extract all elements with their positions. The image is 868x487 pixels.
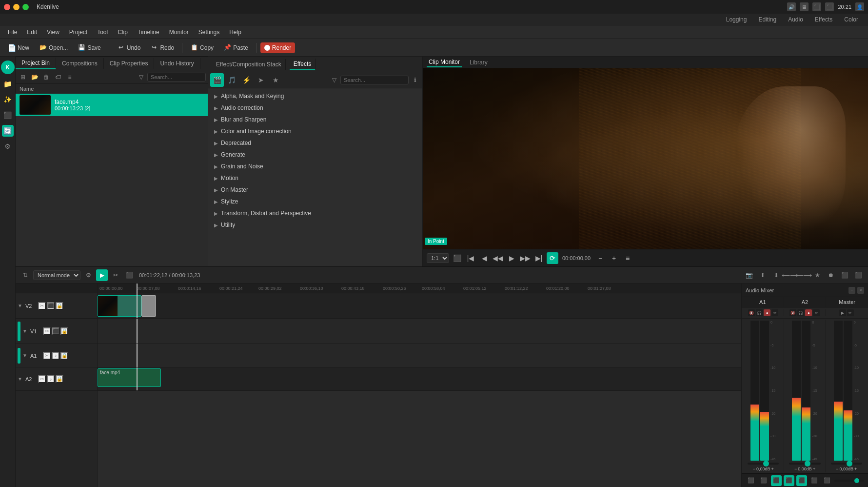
- paste-button[interactable]: 📌 Paste: [219, 42, 252, 54]
- track-content-a2[interactable]: face.mp4: [98, 367, 741, 391]
- mb-btn-5[interactable]: ⬛: [796, 475, 807, 486]
- mb-btn-6[interactable]: ⬛: [809, 475, 820, 486]
- bin-search-input[interactable]: [147, 73, 206, 81]
- tl-subtitle[interactable]: ⬛: [852, 269, 864, 281]
- vol-minus-a2[interactable]: −: [794, 467, 797, 471]
- pv-menu[interactable]: ≡: [622, 252, 633, 264]
- pv-go-start[interactable]: |◀: [465, 252, 476, 264]
- effects-search-input[interactable]: [340, 76, 409, 84]
- copy-button[interactable]: 📋 Copy: [186, 42, 217, 54]
- sidebar-item-active[interactable]: 🔄: [2, 125, 14, 137]
- minimize-button[interactable]: [13, 4, 20, 10]
- track-expand-v1[interactable]: ▼: [22, 328, 29, 334]
- list-item[interactable]: face.mp4 00:00:13:23 [2]: [16, 94, 208, 116]
- sidebar-item-effects[interactable]: ✨: [2, 94, 14, 105]
- fader-track-master[interactable]: [831, 463, 862, 465]
- tl-insert-clip[interactable]: ⚙: [82, 269, 94, 281]
- menu-edit[interactable]: Edit: [23, 27, 41, 37]
- new-button[interactable]: 📄 New: [4, 42, 33, 54]
- track-solo-a2[interactable]: ♪: [47, 375, 55, 383]
- effects-filter-btn[interactable]: ▽: [329, 75, 339, 85]
- pv-forward[interactable]: ▶▶: [519, 252, 531, 264]
- tl-snapshot[interactable]: 📷: [743, 269, 755, 281]
- ch-master-edit[interactable]: ✏: [847, 309, 854, 316]
- effect-category-motion[interactable]: ▶ Motion: [208, 172, 422, 184]
- menu-file[interactable]: File: [4, 27, 21, 37]
- clip-face-mp4-a2[interactable]: face.mp4: [98, 368, 161, 387]
- vol-plus-master[interactable]: +: [854, 467, 857, 471]
- ch-a1-mute[interactable]: 🔇: [748, 309, 755, 316]
- mixer-close-btn[interactable]: ×: [857, 287, 864, 294]
- track-lock[interactable]: 🔒: [60, 327, 68, 335]
- fader-knob-a2[interactable]: [805, 461, 810, 467]
- fader-track-a1[interactable]: [748, 463, 779, 465]
- ch-a2-mute[interactable]: 🔇: [789, 309, 796, 316]
- ws-tab-audio[interactable]: Audio: [786, 15, 805, 24]
- fader-knob-a1[interactable]: [763, 461, 769, 467]
- bin-view-list[interactable]: ⊞: [18, 72, 28, 82]
- bin-tag[interactable]: 🏷: [53, 72, 63, 82]
- tl-sequence[interactable]: ⬛: [839, 269, 850, 281]
- pv-play[interactable]: ▶: [506, 252, 517, 264]
- menu-view[interactable]: View: [43, 27, 63, 37]
- effects-tab-favorite[interactable]: ★: [269, 73, 282, 87]
- pv-fullscreen[interactable]: ⬛: [451, 252, 463, 264]
- clip-white-v2[interactable]: [141, 295, 156, 317]
- effect-category-blur[interactable]: ▶ Blur and Sharpen: [208, 114, 422, 125]
- track-mute-a2[interactable]: ✂: [38, 375, 46, 383]
- effect-category-utility[interactable]: ▶ Utility: [208, 219, 422, 231]
- pv-loop[interactable]: ⟳: [547, 252, 558, 264]
- sidebar-item-transitions[interactable]: ⬛: [2, 109, 14, 121]
- effects-tab-transition[interactable]: ➤: [254, 73, 268, 87]
- ws-tab-effects[interactable]: Effects: [813, 15, 834, 24]
- track-solo[interactable]: ♪: [52, 352, 59, 360]
- mixer-minimize-btn[interactable]: −: [848, 287, 855, 294]
- effect-category-alpha[interactable]: ▶ Alpha, Mask and Keying: [208, 90, 422, 102]
- vol-minus-a1[interactable]: −: [753, 467, 755, 471]
- ws-tab-logging[interactable]: Logging: [724, 15, 749, 24]
- vol-plus-a1[interactable]: +: [771, 467, 773, 471]
- fader-track-a2[interactable]: [789, 463, 820, 465]
- ws-tab-editing[interactable]: Editing: [756, 15, 778, 24]
- track-expand-v2[interactable]: ▼: [18, 303, 24, 308]
- effects-tab-video[interactable]: 🎬: [210, 73, 224, 87]
- pv-prev-frame[interactable]: ◀: [478, 252, 490, 264]
- monitor-tab-clip[interactable]: Clip Monitor: [427, 58, 462, 67]
- tl-ripple2[interactable]: ⟵⟶: [798, 269, 809, 281]
- menu-help[interactable]: Help: [225, 27, 245, 37]
- tl-favorite[interactable]: ★: [811, 269, 823, 281]
- mb-btn-7[interactable]: ⬛: [822, 475, 832, 486]
- bin-delete[interactable]: 🗑: [41, 72, 52, 82]
- render-button[interactable]: Render: [260, 42, 295, 53]
- effect-category-grain[interactable]: ▶ Grain and Noise: [208, 161, 422, 172]
- tl-record[interactable]: ⏺: [825, 269, 837, 281]
- menu-project[interactable]: Project: [65, 27, 91, 37]
- ws-tab-color[interactable]: Color: [842, 15, 860, 24]
- save-button[interactable]: 💾 Save: [74, 42, 104, 54]
- bin-new-folder[interactable]: 📂: [29, 72, 40, 82]
- track-lock[interactable]: 🔒: [56, 302, 63, 310]
- window-controls[interactable]: [4, 4, 29, 10]
- mixer-fader-knob[interactable]: [854, 478, 859, 483]
- track-expand-a1[interactable]: ▼: [22, 353, 29, 358]
- ch-a1-edit[interactable]: ✏: [771, 309, 778, 316]
- menu-settings[interactable]: Settings: [195, 27, 223, 37]
- track-composite[interactable]: ⬛: [47, 302, 55, 310]
- ch-a2-edit[interactable]: ✏: [813, 309, 820, 316]
- tl-razor[interactable]: ✂: [110, 269, 121, 281]
- track-content-v1[interactable]: [98, 319, 741, 344]
- effect-category-stylize[interactable]: ▶ Stylize: [208, 196, 422, 207]
- open-button[interactable]: 📂 Open...: [35, 42, 72, 54]
- pv-rewind[interactable]: ◀◀: [492, 252, 504, 264]
- mixer-fader-bar[interactable]: [834, 480, 864, 482]
- track-lock-a1[interactable]: 🔒: [60, 352, 68, 360]
- effect-category-audio[interactable]: ▶ Audio correction: [208, 102, 422, 114]
- track-content-a1[interactable]: [98, 344, 741, 367]
- tab-undo-history[interactable]: Undo History: [154, 58, 200, 69]
- track-mute[interactable]: ✂: [43, 352, 51, 360]
- menu-clip[interactable]: Clip: [114, 27, 132, 37]
- tl-split-view[interactable]: ⇅: [20, 269, 31, 281]
- mb-btn-3[interactable]: ⬛: [771, 475, 782, 486]
- pv-zoom-out[interactable]: −: [594, 252, 606, 264]
- vol-plus-a2[interactable]: +: [813, 467, 815, 471]
